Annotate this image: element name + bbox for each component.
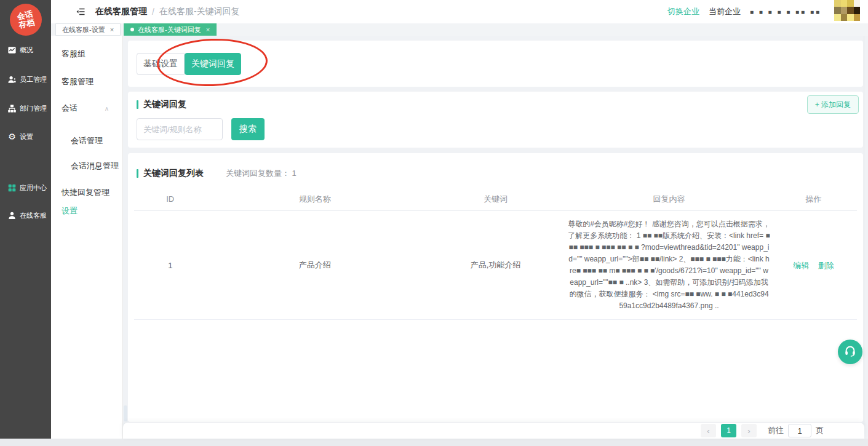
sidebar-item-online-service[interactable]: 在线客服 bbox=[0, 209, 51, 222]
delete-link[interactable]: 删除 bbox=[818, 261, 834, 270]
breadcrumb-separator: / bbox=[152, 7, 154, 17]
list-header: 关键词回复列表 关键词回复数量： 1 bbox=[137, 168, 297, 179]
sidebar-item-overview[interactable]: 概况 bbox=[0, 43, 51, 57]
menu-item-service-groups[interactable]: 客服组 bbox=[62, 49, 86, 60]
edit-link[interactable]: 编辑 bbox=[793, 261, 809, 270]
sidebar-item-app-center[interactable]: 应用中心 bbox=[0, 181, 51, 194]
sidebar-item-label: 概况 bbox=[20, 46, 33, 55]
cell-actions: 编辑 删除 bbox=[770, 260, 857, 271]
next-page-button[interactable]: › bbox=[741, 424, 757, 437]
column-header-reply-content: 回复内容 bbox=[568, 194, 770, 205]
add-reply-button[interactable]: + 添加回复 bbox=[807, 95, 859, 114]
chevron-up-icon: ∧ bbox=[105, 105, 109, 112]
pagination-footer: ‹ 1 › 前往 页 bbox=[123, 423, 864, 439]
breadcrumb-current: 在线客服-关键词回复 bbox=[159, 6, 240, 17]
reply-count-text: 关键词回复数量： 1 bbox=[226, 168, 297, 179]
primary-sidebar: 会话存档 概况 员工管理 部门管理 ⚙ 设置 bbox=[0, 0, 51, 439]
app-logo: 会话存档 bbox=[10, 4, 42, 36]
avatar[interactable] bbox=[834, 0, 860, 21]
title-accent-bar bbox=[137, 100, 138, 109]
tab-label: 在线客服-设置 bbox=[62, 25, 105, 34]
apps-grid-icon bbox=[7, 183, 17, 193]
agent-person-icon bbox=[7, 211, 17, 220]
sidebar-item-settings[interactable]: ⚙ 设置 bbox=[0, 130, 51, 143]
keyword-reply-table: ID 规则名称 关键词 回复内容 操作 1 产品介绍 产品,功能介绍 尊敬的#会… bbox=[134, 188, 857, 320]
goto-page-group: 前往 页 bbox=[768, 424, 824, 437]
top-header: 在线客服管理 / 在线客服-关键词回复 切换企业 当前企业 ■ ■ ■ ■ ■ … bbox=[51, 0, 868, 23]
breadcrumb: 在线客服管理 / 在线客服-关键词回复 bbox=[95, 0, 240, 23]
menu-item-quick-replies[interactable]: 快捷回复管理 bbox=[62, 187, 109, 198]
keyword-search-input[interactable] bbox=[137, 118, 223, 140]
app-window: 会话存档 概况 员工管理 部门管理 ⚙ 设置 bbox=[0, 0, 868, 446]
keyword-reply-list-panel: 关键词回复列表 关键词回复数量： 1 ID 规则名称 关键词 回复内容 操作 1… bbox=[128, 153, 863, 422]
table-row: 1 产品介绍 产品,功能介绍 尊敬的#会员昵称#您好！ 感谢您咨询，您可以点击根… bbox=[134, 211, 857, 320]
app-logo-text: 会话存档 bbox=[16, 10, 35, 30]
goto-page-input[interactable] bbox=[788, 424, 811, 437]
goto-label: 前往 bbox=[768, 425, 784, 436]
current-company-label: 当前企业 bbox=[709, 6, 741, 17]
breadcrumb-root[interactable]: 在线客服管理 bbox=[95, 6, 147, 17]
org-hierarchy-icon bbox=[7, 104, 17, 113]
headset-icon bbox=[843, 344, 857, 360]
close-icon[interactable]: × bbox=[206, 26, 210, 33]
sidebar-item-staff[interactable]: 员工管理 bbox=[0, 73, 51, 86]
section-title: 关键词回复 bbox=[137, 99, 186, 110]
tab-online-service-settings[interactable]: 在线客服-设置 × bbox=[55, 23, 121, 36]
cell-rule-name: 产品介绍 bbox=[207, 260, 424, 271]
tab-keyword-reply[interactable]: 在线客服-关键词回复 × bbox=[124, 23, 217, 36]
settings-tabs-panel: 基础设置 关键词回复 bbox=[128, 41, 863, 87]
sidebar-item-label: 在线客服 bbox=[20, 211, 47, 220]
pagination: ‹ 1 › 前往 页 bbox=[701, 424, 824, 437]
sidebar-item-label: 设置 bbox=[20, 132, 33, 141]
menu-item-session-management[interactable]: 会话管理 bbox=[71, 135, 103, 146]
sidebar-item-departments[interactable]: 部门管理 bbox=[0, 102, 51, 115]
menu-collapse-icon[interactable] bbox=[76, 7, 86, 17]
close-icon[interactable]: × bbox=[110, 26, 114, 33]
keyword-search-panel: 关键词回复 + 添加回复 搜索 bbox=[128, 92, 863, 148]
sidebar-item-label: 应用中心 bbox=[20, 183, 47, 193]
gear-icon: ⚙ bbox=[7, 132, 17, 141]
sidebar-item-label: 部门管理 bbox=[20, 104, 47, 113]
menu-item-settings-active[interactable]: 设置 bbox=[62, 205, 78, 217]
column-header-keywords: 关键词 bbox=[423, 194, 568, 205]
keyword-reply-button[interactable]: 关键词回复 bbox=[185, 53, 241, 75]
open-tabs-bar: 在线客服-设置 × 在线客服-关键词回复 × bbox=[51, 23, 868, 36]
active-dot-icon bbox=[130, 28, 134, 31]
sidebar-item-label: 员工管理 bbox=[20, 75, 47, 84]
floating-support-button[interactable] bbox=[838, 340, 862, 364]
tab-label: 在线客服-关键词回复 bbox=[138, 25, 201, 34]
page-unit-label: 页 bbox=[816, 425, 824, 436]
cell-reply-content: 尊敬的#会员昵称#您好！ 感谢您咨询，您可以点击根据需求，了解更多系统功能： 1… bbox=[568, 218, 770, 312]
window-bottom-strip bbox=[0, 439, 868, 446]
scrollbar-thumb[interactable] bbox=[124, 405, 127, 421]
cell-keywords: 产品,功能介绍 bbox=[423, 260, 568, 271]
trend-chart-icon bbox=[7, 46, 17, 55]
search-button[interactable]: 搜索 bbox=[231, 118, 265, 140]
secondary-sidebar: 客服组 客服管理 会话 ∧ 会话管理 会话消息管理 快捷回复管理 设置 bbox=[51, 36, 123, 439]
switch-company-link[interactable]: 切换企业 bbox=[667, 6, 699, 17]
column-header-rule-name: 规则名称 bbox=[207, 194, 424, 205]
table-header-row: ID 规则名称 关键词 回复内容 操作 bbox=[134, 188, 857, 211]
list-title: 关键词回复列表 bbox=[137, 168, 204, 179]
column-header-actions: 操作 bbox=[770, 194, 857, 205]
content-edge-divider bbox=[864, 36, 864, 439]
menu-item-service-management[interactable]: 客服管理 bbox=[62, 76, 94, 87]
basic-settings-button[interactable]: 基础设置 bbox=[137, 53, 185, 75]
staff-icon bbox=[7, 75, 17, 84]
menu-item-session-messages[interactable]: 会话消息管理 bbox=[71, 161, 119, 172]
company-name-redacted: ■ ■ ■ ■ ■ ■■ ■■ bbox=[750, 9, 821, 15]
cell-id: 1 bbox=[134, 261, 207, 270]
prev-page-button[interactable]: ‹ bbox=[701, 424, 716, 437]
current-page-button[interactable]: 1 bbox=[721, 424, 736, 437]
title-accent-bar bbox=[137, 169, 138, 178]
menu-item-sessions[interactable]: 会话 ∧ bbox=[62, 103, 109, 114]
column-header-id: ID bbox=[134, 194, 207, 204]
header-right-cluster: 切换企业 当前企业 ■ ■ ■ ■ ■ ■■ ■■ bbox=[667, 0, 821, 23]
